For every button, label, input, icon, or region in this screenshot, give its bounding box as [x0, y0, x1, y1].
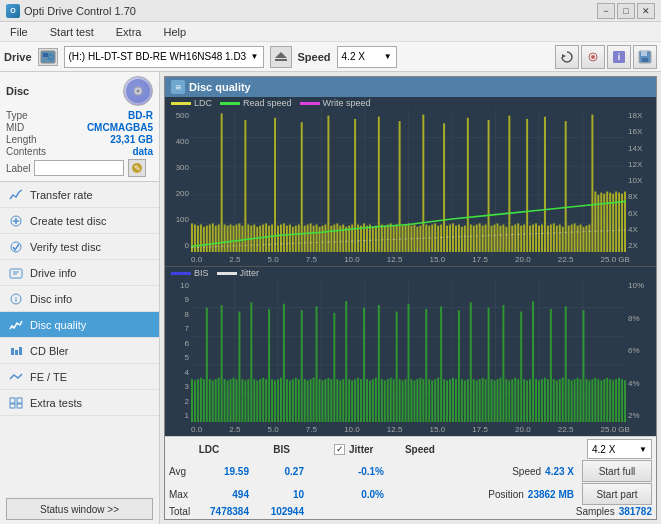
svg-rect-145 [479, 223, 481, 252]
start-full-button[interactable]: Start full [582, 460, 652, 482]
disc-label-input[interactable] [34, 160, 124, 176]
drive-save-button[interactable] [633, 45, 657, 69]
nav-create-test-disc[interactable]: Create test disc [0, 208, 159, 234]
svg-rect-226 [241, 379, 243, 422]
jitter-checkbox[interactable]: ✓ [334, 444, 345, 455]
svg-rect-113 [384, 226, 386, 252]
svg-rect-191 [615, 192, 617, 253]
nav-disc-info[interactable]: i Disc info [0, 286, 159, 312]
nav-disc-quality[interactable]: Disc quality [0, 312, 159, 338]
svg-rect-302 [467, 379, 469, 422]
chart2-svg-container [191, 279, 626, 422]
stats-max-row: Max 494 10 0.0% Position 23862 MB Start … [169, 483, 652, 505]
svg-rect-252 [319, 379, 321, 422]
speed-value: 4.2 X [342, 51, 365, 62]
x2-0: 0.0 [191, 425, 202, 434]
stats-speed-dropdown[interactable]: 4.2 X ▼ [587, 439, 652, 459]
svg-rect-246 [301, 310, 303, 422]
svg-rect-285 [416, 379, 418, 422]
svg-rect-303 [470, 302, 472, 422]
drive-dropdown-text: (H:) HL-DT-ST BD-RE WH16NS48 1.D3 [69, 51, 247, 62]
svg-rect-175 [568, 226, 570, 252]
y2-9: 9 [167, 295, 189, 304]
svg-rect-316 [508, 380, 510, 422]
svg-rect-263 [351, 380, 353, 422]
nav-drive-info[interactable]: Drive info [0, 260, 159, 286]
x1-75: 7.5 [306, 255, 317, 264]
nav-fe-te[interactable]: FE / TE [0, 364, 159, 390]
drive-dropdown[interactable]: (H:) HL-DT-ST BD-RE WH16NS48 1.D3 ▼ [64, 46, 264, 68]
svg-rect-311 [494, 380, 496, 422]
start-part-button[interactable]: Start part [582, 483, 652, 505]
svg-rect-128 [428, 226, 430, 252]
drive-refresh-button[interactable] [555, 45, 579, 69]
menu-help[interactable]: Help [157, 24, 192, 40]
nav-cd-bler-label: CD Bler [30, 345, 69, 357]
nav-drive-info-label: Drive info [30, 267, 76, 279]
y1r-16x: 16X [628, 127, 654, 136]
y1-label-0: 0 [167, 241, 189, 250]
menu-extra[interactable]: Extra [110, 24, 148, 40]
svg-rect-152 [499, 226, 501, 252]
x2-175: 17.5 [472, 425, 488, 434]
svg-rect-51 [200, 225, 202, 253]
svg-rect-138 [458, 225, 460, 253]
svg-rect-165 [538, 226, 540, 252]
svg-rect-227 [244, 380, 246, 422]
disc-label-edit-button[interactable]: ✎ [128, 159, 146, 177]
speed-dropdown-container: 4.2 X ▼ [587, 439, 652, 459]
status-window-button[interactable]: Status window >> [6, 498, 153, 520]
svg-rect-211 [197, 379, 199, 422]
x1-225: 22.5 [558, 255, 574, 264]
svg-rect-164 [535, 223, 537, 252]
svg-rect-262 [348, 379, 350, 422]
menu-start-test[interactable]: Start test [44, 24, 100, 40]
drive-info-button[interactable]: i [607, 45, 631, 69]
disc-length-row: Length 23,31 GB [6, 134, 153, 145]
nav-cd-bler[interactable]: CD Bler [0, 338, 159, 364]
position-val: 23862 MB [528, 489, 574, 500]
nav-transfer-rate[interactable]: Transfer rate [0, 182, 159, 208]
svg-rect-183 [591, 115, 593, 253]
svg-rect-273 [381, 379, 383, 422]
svg-rect-153 [502, 225, 504, 253]
svg-text:✎: ✎ [134, 164, 141, 173]
nav-extra-tests-label: Extra tests [30, 397, 82, 409]
nav-extra-tests[interactable]: Extra tests [0, 390, 159, 416]
svg-rect-270 [372, 379, 374, 422]
svg-rect-249 [310, 379, 312, 422]
drive-eject-button[interactable] [270, 46, 292, 68]
sidebar: Disc Type BD-R MID CMCMAGBA5 Length 23,3… [0, 72, 160, 524]
drive-bar: Drive (H:) HL-DT-ST BD-RE WH16NS48 1.D3 … [0, 42, 661, 72]
svg-rect-114 [387, 225, 389, 253]
svg-rect-335 [565, 306, 567, 422]
svg-rect-345 [594, 378, 596, 422]
drive-settings-button[interactable] [581, 45, 605, 69]
total-bis: 102944 [259, 506, 304, 517]
ldc-color [171, 102, 191, 105]
svg-rect-210 [194, 380, 196, 422]
minimize-button[interactable]: − [597, 3, 615, 19]
svg-rect-142 [470, 225, 472, 253]
bis-label: BIS [194, 268, 209, 278]
svg-rect-219 [221, 305, 223, 422]
disc-quality-header: ≋ Disc quality [165, 77, 656, 97]
svg-rect-214 [206, 308, 208, 422]
svg-rect-259 [339, 380, 341, 422]
speed-dropdown[interactable]: 4.2 X ▼ [337, 46, 397, 68]
menu-file[interactable]: File [4, 24, 34, 40]
svg-rect-308 [485, 379, 487, 422]
close-button[interactable]: ✕ [637, 3, 655, 19]
svg-rect-318 [514, 378, 516, 422]
maximize-button[interactable]: □ [617, 3, 635, 19]
svg-rect-300 [461, 379, 463, 422]
svg-rect-158 [517, 223, 519, 252]
svg-rect-341 [583, 310, 585, 422]
svg-rect-209 [191, 379, 193, 422]
nav-verify-test-disc[interactable]: Verify test disc [0, 234, 159, 260]
y1-label-400: 400 [167, 137, 189, 146]
svg-rect-97 [336, 223, 338, 252]
svg-rect-328 [544, 378, 546, 422]
speed-val-label: Speed [512, 466, 541, 477]
nav-disc-info-label: Disc info [30, 293, 72, 305]
